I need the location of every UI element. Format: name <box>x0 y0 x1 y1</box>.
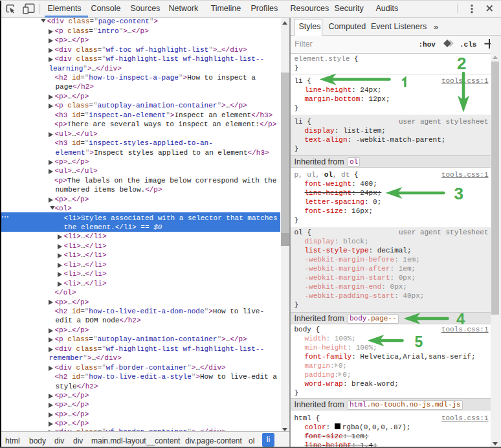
svg-text:2: 2 <box>457 54 466 73</box>
svg-text:5: 5 <box>415 333 423 350</box>
svg-text:3: 3 <box>454 184 463 203</box>
